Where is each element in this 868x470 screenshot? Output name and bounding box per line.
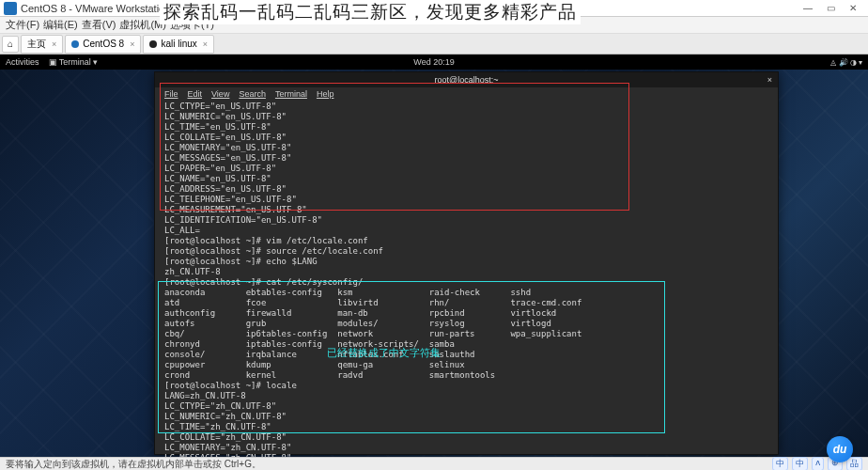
gnome-topbar: Activities ▣ Terminal ▾ Wed 20:19 ◬ 🔊 ◑ …	[0, 55, 868, 70]
tab-label: CentOS 8	[83, 39, 124, 49]
terminal-menubar: File Edit View Search Terminal Help	[155, 87, 778, 101]
system-tray[interactable]: ◬ 🔊 ◑ ▾	[830, 58, 862, 67]
terminal-window[interactable]: root@localhost:~ × File Edit View Search…	[154, 71, 779, 455]
overlay-banner: 探索乱码一乱码二乱码三新区，发现更多精彩产品	[160, 0, 581, 24]
vmware-icon	[4, 2, 17, 15]
term-menu-file[interactable]: File	[164, 89, 178, 99]
status-hint: 要将输入定向到该虚拟机，请在虚拟机内部单击或按 Ctrl+G。	[6, 458, 261, 471]
tab-label: 主页	[27, 38, 46, 51]
tab-kali[interactable]: kali linux ×	[143, 35, 214, 54]
close-icon[interactable]: ×	[52, 39, 56, 49]
tab-centos[interactable]: CentOS 8 ×	[65, 35, 141, 54]
term-menu-edit[interactable]: Edit	[188, 89, 203, 99]
terminal-title: root@localhost:~	[435, 75, 499, 85]
maximize-button[interactable]: ▭	[819, 3, 842, 13]
clock[interactable]: Wed 20:19	[413, 57, 454, 67]
tab-home[interactable]: 主页 ×	[21, 35, 63, 54]
app-menu[interactable]: ▣ Terminal ▾	[49, 57, 99, 67]
guest-desktop[interactable]: Activities ▣ Terminal ▾ Wed 20:19 ◬ 🔊 ◑ …	[0, 55, 868, 457]
term-menu-search[interactable]: Search	[239, 89, 266, 99]
close-button[interactable]: ✕	[842, 3, 864, 13]
terminal-body[interactable]: LC_CTYPE="en_US.UTF-8" LC_NUMERIC="en_US…	[155, 101, 778, 457]
baidu-float-icon[interactable]: du	[827, 436, 853, 462]
tab-label: kali linux	[161, 39, 196, 49]
terminal-close-icon[interactable]: ×	[767, 75, 772, 85]
close-icon[interactable]: ×	[203, 39, 208, 49]
home-tab-icon[interactable]: ⌂	[2, 36, 19, 53]
vm-tabbar: ⌂ 主页 × CentOS 8 × kali linux ×	[0, 34, 868, 55]
term-menu-view[interactable]: View	[211, 89, 229, 99]
annotation-label: 已经替换成了中文字符集	[327, 346, 441, 360]
menu-file[interactable]: 文件(F)	[6, 18, 39, 32]
terminal-titlebar[interactable]: root@localhost:~ ×	[155, 72, 778, 87]
vm-icon	[149, 40, 157, 48]
menu-edit[interactable]: 编辑(E)	[43, 18, 78, 32]
close-icon[interactable]: ×	[130, 39, 134, 49]
term-menu-help[interactable]: Help	[317, 89, 334, 99]
vm-icon	[71, 40, 79, 48]
host-statusbar: 要将输入定向到该虚拟机，请在虚拟机内部单击或按 Ctrl+G。 中 中 ʌ ⊕ …	[0, 457, 868, 470]
minimize-button[interactable]: —	[797, 3, 819, 13]
term-menu-terminal[interactable]: Terminal	[275, 89, 307, 99]
activities-button[interactable]: Activities	[6, 57, 39, 67]
menu-view[interactable]: 查看(V)	[82, 18, 116, 32]
